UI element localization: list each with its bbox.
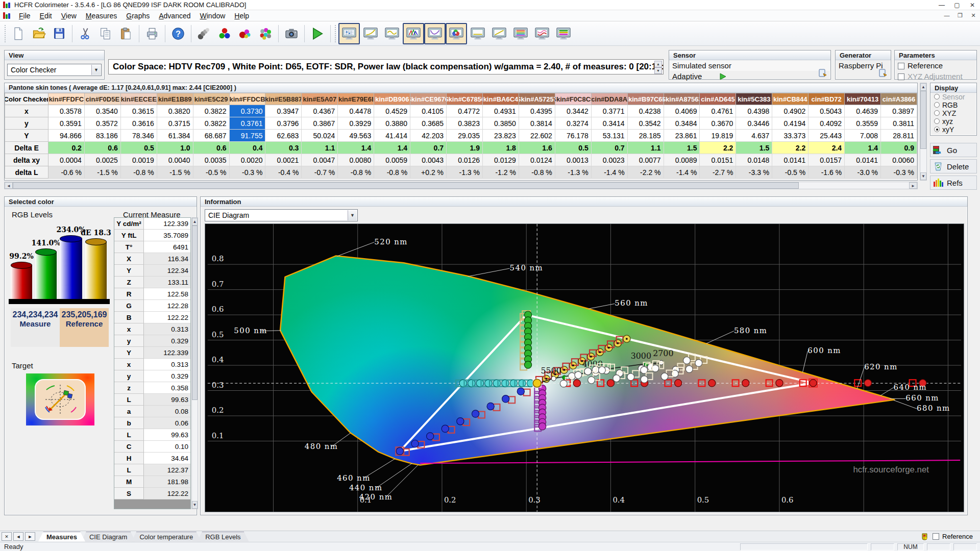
column-header-7[interactable]: kin#E5A07 — [302, 93, 338, 105]
reference-checkbox-row[interactable]: Reference — [895, 60, 976, 71]
cell-x-0[interactable]: 0.3578 — [48, 105, 85, 117]
cell-Delta E-11[interactable]: 1.9 — [447, 142, 483, 154]
measure-row-9[interactable]: x0.313 — [114, 323, 190, 335]
new-document-button[interactable] — [8, 23, 29, 44]
cell-y-2[interactable]: 0.3616 — [121, 117, 157, 130]
graph-contrast-curve-button[interactable] — [488, 23, 510, 44]
cell-Y-19[interactable]: 4.637 — [736, 130, 772, 142]
scroll-up-icon[interactable]: ▲ — [920, 83, 926, 91]
cell-Delta E-6[interactable]: 0.3 — [265, 142, 302, 154]
cell-delta xy-18[interactable]: 0.0151 — [700, 154, 736, 166]
tab-close-button[interactable]: ✕ — [2, 532, 12, 541]
column-header-3[interactable]: kin#E1B89 — [157, 93, 193, 105]
cell-y-22[interactable]: 0.3559 — [845, 117, 881, 130]
measure-row-11[interactable]: Y122.339 — [114, 347, 190, 359]
cell-y-15[interactable]: 0.3414 — [592, 117, 628, 130]
measure-primaries-button[interactable] — [214, 23, 235, 44]
cell-y-23[interactable]: 0.3811 — [881, 117, 917, 130]
cut-button[interactable] — [75, 23, 95, 44]
cell-Y-11[interactable]: 29.035 — [447, 130, 483, 142]
cell-delta xy-8[interactable]: 0.0080 — [338, 154, 374, 166]
cell-Y-22[interactable]: 7.008 — [845, 130, 881, 142]
cell-delta xy-16[interactable]: 0.0077 — [628, 154, 664, 166]
cell-y-10[interactable]: 0.3685 — [410, 117, 447, 130]
start-measures-button[interactable] — [307, 23, 328, 44]
column-header-18[interactable]: cin#AD645 — [700, 93, 736, 105]
cell-delta L-16[interactable]: -2.2 % — [628, 166, 664, 179]
measure-row-6[interactable]: R122.58 — [114, 288, 190, 300]
cell-Y-0[interactable]: 94.866 — [48, 130, 85, 142]
graph-nearblack-curve-button[interactable] — [381, 23, 403, 44]
menu-item-edit[interactable]: Edit — [35, 11, 57, 21]
column-header-5[interactable]: kin#FFDCB — [230, 93, 266, 105]
cell-x-7[interactable]: 0.4367 — [302, 105, 338, 117]
cell-Y-2[interactable]: 78.346 — [121, 130, 157, 142]
cell-delta xy-17[interactable]: 0.0089 — [664, 154, 700, 166]
cell-delta L-21[interactable]: -1.6 % — [808, 166, 845, 179]
maximize-button[interactable]: ▢ — [949, 2, 965, 9]
cell-x-4[interactable]: 0.3822 — [193, 105, 230, 117]
cell-delta L-5[interactable]: -0.3 % — [230, 166, 266, 179]
cell-y-7[interactable]: 0.3867 — [302, 117, 338, 130]
cell-delta L-8[interactable]: -0.8 % — [338, 166, 374, 179]
scrollbar-thumb[interactable] — [192, 226, 198, 400]
cell-Y-21[interactable]: 25.443 — [808, 130, 845, 142]
column-header-16[interactable]: Skin#B97C6D — [628, 93, 664, 105]
cell-delta xy-20[interactable]: 0.0141 — [772, 154, 808, 166]
cell-Delta E-2[interactable]: 0.5 — [121, 142, 157, 154]
cell-Y-9[interactable]: 41.414 — [374, 130, 410, 142]
scroll-left-icon[interactable]: ◄ — [5, 182, 13, 189]
cell-delta xy-9[interactable]: 0.0059 — [374, 154, 410, 166]
generator-config-icon[interactable] — [878, 69, 888, 77]
cell-delta L-4[interactable]: -0.5 % — [193, 166, 230, 179]
mdi-close-button[interactable]: ✕ — [967, 12, 980, 19]
graph-full-graphs-button[interactable] — [553, 23, 574, 44]
tab-prev-button[interactable]: ◄ — [13, 532, 23, 541]
cell-delta L-11[interactable]: -1.3 % — [447, 166, 483, 179]
refs-button[interactable]: Refs — [930, 176, 977, 190]
table-horizontal-scrollbar[interactable]: ◄ ► — [4, 182, 918, 189]
cell-Y-20[interactable]: 33.373 — [772, 130, 808, 142]
delete-button[interactable]: Delete — [930, 159, 977, 173]
cell-delta xy-19[interactable]: 0.0148 — [736, 154, 772, 166]
cell-delta xy-5[interactable]: 0.0020 — [230, 154, 266, 166]
cell-x-1[interactable]: 0.3540 — [85, 105, 121, 117]
cell-Y-7[interactable]: 50.024 — [302, 130, 338, 142]
cell-Y-8[interactable]: 49.563 — [338, 130, 374, 142]
cell-delta L-2[interactable]: -0.8 % — [121, 166, 157, 179]
measure-row-18[interactable]: L99.63 — [114, 429, 190, 441]
cell-delta xy-11[interactable]: 0.0126 — [447, 154, 483, 166]
menu-item-advanced[interactable]: Advanced — [154, 11, 195, 21]
help-button[interactable]: ? — [168, 23, 188, 44]
column-header-12[interactable]: kin#BA6C4 — [483, 93, 519, 105]
cell-x-18[interactable]: 0.4761 — [700, 105, 736, 117]
column-header-1[interactable]: cin#F0D5E — [85, 93, 121, 105]
measure-row-23[interactable]: S122.22 — [114, 488, 190, 499]
cell-y-13[interactable]: 0.3814 — [519, 117, 555, 130]
measure-row-10[interactable]: y0.329 — [114, 335, 190, 347]
graph-cie-diagram-button[interactable] — [446, 23, 467, 44]
cell-x-12[interactable]: 0.4931 — [483, 105, 519, 117]
cell-x-22[interactable]: 0.4639 — [845, 105, 881, 117]
cell-y-3[interactable]: 0.3715 — [157, 117, 193, 130]
copy-button[interactable] — [95, 23, 116, 44]
cell-Y-14[interactable]: 76.178 — [555, 130, 592, 142]
cell-Y-17[interactable]: 23.861 — [664, 130, 700, 142]
cell-y-16[interactable]: 0.3542 — [628, 117, 664, 130]
chevron-down-icon[interactable]: ▼ — [348, 210, 357, 220]
mdi-restore-button[interactable]: ❐ — [953, 12, 967, 19]
print-button[interactable] — [142, 23, 162, 44]
cell-delta xy-12[interactable]: 0.0129 — [483, 154, 519, 166]
cell-Delta E-0[interactable]: 0.2 — [48, 142, 85, 154]
cell-y-1[interactable]: 0.3572 — [85, 117, 121, 130]
sensor-config-icon[interactable] — [818, 69, 827, 77]
column-header-19[interactable]: kin#5C383 — [736, 93, 772, 105]
cell-Y-10[interactable]: 42.203 — [410, 130, 447, 142]
cell-Delta E-3[interactable]: 1.0 — [157, 142, 193, 154]
measure-row-17[interactable]: b0.06 — [114, 417, 190, 429]
reference-checkbox[interactable] — [898, 63, 904, 69]
cell-x-17[interactable]: 0.4069 — [664, 105, 700, 117]
cell-delta xy-1[interactable]: 0.0025 — [85, 154, 121, 166]
cell-y-8[interactable]: 0.3929 — [338, 117, 374, 130]
open-file-button[interactable] — [29, 23, 49, 44]
